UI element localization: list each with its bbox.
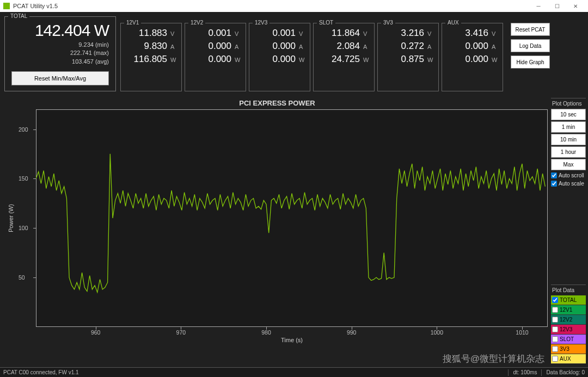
status-backlog: Data Backlog: 0 [546, 369, 585, 376]
rail-watts: 0.000 [208, 53, 231, 66]
rail-box-3v3: 3V3 3.216V 0.272A 0.875W [377, 23, 439, 91]
range-10sec-button[interactable]: 10 sec [551, 109, 586, 120]
rail-volts: 3.416 [465, 27, 488, 40]
range-1min-button[interactable]: 1 min [551, 121, 586, 133]
xtick: 970 [176, 329, 186, 336]
rail-volts: 0.001 [208, 27, 231, 40]
chart-title: PCI EXPRESS POWER [7, 99, 548, 107]
legend-12v2[interactable]: 12V2 [551, 315, 586, 325]
rail-watts: 0.000 [465, 53, 488, 66]
legend-checkbox[interactable] [552, 317, 558, 323]
legend-12v3[interactable]: 12V3 [551, 325, 586, 335]
status-dt: dt: 100ms [513, 369, 537, 376]
rail-label: 12V2 [188, 20, 205, 26]
legend-total[interactable]: TOTAL [551, 295, 586, 305]
rail-label: AUX [445, 20, 461, 26]
rail-volts: 11.883 [139, 27, 167, 40]
total-box: TOTAL 142.404 W 9.234 (min) 222.741 (max… [4, 16, 116, 91]
window-title: PCAT Utility v1.5 [13, 3, 58, 9]
hide-graph-button[interactable]: Hide Graph [511, 55, 550, 69]
log-data-button[interactable]: Log Data [511, 39, 550, 52]
rail-box-slot: SLOT 11.864V 2.084A 24.725W [313, 23, 375, 91]
legend-12v1[interactable]: 12V1 [551, 305, 586, 315]
status-connection: PCAT C00 connected, FW v1.1 [3, 369, 79, 375]
ytick: 50 [19, 274, 25, 281]
x-axis-label: Time (s) [281, 337, 303, 343]
rail-volts: 3.216 [401, 27, 424, 40]
legend-checkbox[interactable] [552, 326, 558, 332]
total-value: 142.404 W [11, 21, 109, 40]
rail-box-12v1: 12V1 11.883V 9.830A 116.805W [120, 23, 182, 91]
rails-row: 12V1 11.883V 9.830A 116.805W12V2 0.001V … [120, 16, 503, 91]
total-avg: 103.457 (avg) [11, 58, 109, 66]
rail-box-12v2: 12V2 0.001V 0.000A 0.000W [185, 23, 246, 91]
plot-data-title: Plot Data [551, 286, 586, 295]
total-max: 222.741 (max) [11, 49, 109, 57]
legend-slot[interactable]: SLOT [551, 335, 586, 344]
rail-amps: 0.000 [465, 40, 488, 53]
rail-label: SLOT [317, 20, 335, 26]
rail-label: 12V3 [253, 20, 270, 26]
y-axis-label: Power (W) [8, 204, 14, 232]
maximize-button[interactable]: ☐ [548, 1, 566, 11]
range-Max-button[interactable]: Max [551, 159, 586, 170]
plot-options-title: Plot Options [551, 100, 586, 109]
rail-amps: 2.084 [336, 40, 360, 53]
xtick: 980 [261, 329, 271, 336]
ytick: 100 [19, 225, 28, 231]
rail-watts: 24.725 [332, 53, 360, 66]
range-10min-button[interactable]: 10 min [551, 134, 586, 145]
range-1hour-button[interactable]: 1 hour [551, 146, 586, 158]
rail-watts: 0.875 [401, 53, 424, 66]
statusbar: PCAT C00 connected, FW v1.1 dt: 100ms Da… [0, 367, 588, 377]
rail-amps: 0.000 [208, 40, 231, 53]
ytick: 150 [19, 175, 28, 182]
plot-line [36, 109, 548, 327]
ytick: 200 [19, 126, 28, 133]
xtick: 1000 [431, 329, 443, 336]
rail-box-aux: AUX 3.416V 0.000A 0.000W [442, 23, 503, 91]
side-panel: Plot Options 10 sec1 min10 min1 hourMax … [551, 96, 588, 367]
rail-amps: 0.000 [272, 40, 296, 53]
legend-checkbox[interactable] [552, 297, 558, 303]
legend-3v3[interactable]: 3V3 [551, 344, 586, 354]
total-label: TOTAL [8, 13, 29, 19]
legend-checkbox[interactable] [552, 346, 558, 352]
rail-watts: 0.000 [272, 53, 296, 66]
total-min: 9.234 (min) [11, 41, 109, 49]
legend-aux[interactable]: AUX [551, 354, 586, 364]
auto-scale-checkbox[interactable] [551, 181, 557, 187]
rail-volts: 0.001 [272, 27, 296, 40]
auto-scroll-checkbox[interactable] [551, 172, 557, 178]
xtick: 1010 [516, 329, 528, 336]
minimize-button[interactable]: ─ [529, 1, 548, 11]
reset-pcat-button[interactable]: Reset PCAT [511, 23, 550, 36]
auto-scale-check[interactable]: Auto scale [551, 180, 586, 188]
close-button[interactable]: ✕ [566, 1, 585, 11]
legend-checkbox[interactable] [552, 356, 558, 362]
top-panel: TOTAL 142.404 W 9.234 (min) 222.741 (max… [0, 12, 588, 96]
legend-checkbox[interactable] [552, 307, 558, 313]
rail-amps: 0.272 [401, 40, 424, 53]
rail-watts: 116.805 [134, 53, 167, 66]
xtick: 960 [91, 329, 101, 336]
chart-zone: PCI EXPRESS POWER Power (W) Time (s) 501… [0, 96, 551, 367]
legend-checkbox[interactable] [552, 336, 558, 342]
chart-container[interactable]: Power (W) Time (s) 501001502009609709809… [36, 109, 548, 327]
rail-amps: 9.830 [144, 40, 167, 53]
reset-minmaxavg-button[interactable]: Reset Min/Max/Avg [11, 71, 109, 85]
rail-label: 3V3 [381, 20, 395, 26]
titlebar: PCAT Utility v1.5 ─ ☐ ✕ [0, 0, 588, 12]
rail-volts: 11.864 [332, 27, 360, 40]
rail-label: 12V1 [124, 20, 141, 26]
app-icon [3, 3, 10, 9]
rail-box-12v3: 12V3 0.001V 0.000A 0.000W [249, 23, 310, 91]
xtick: 990 [347, 329, 357, 336]
auto-scroll-check[interactable]: Auto scroll [551, 171, 586, 180]
